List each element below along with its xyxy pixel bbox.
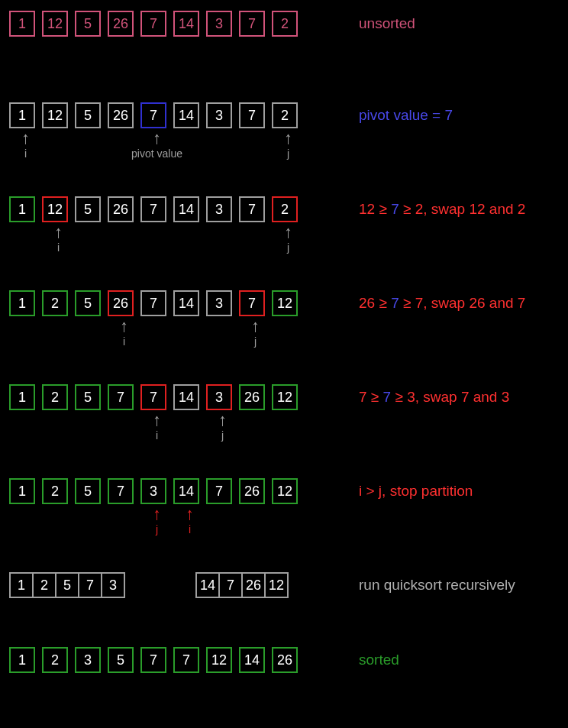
array-cell: 12	[42, 11, 68, 37]
array-cell: 1	[9, 11, 35, 37]
array-cell: 26	[243, 572, 266, 598]
pointer-label: j	[287, 241, 289, 254]
array-cell: 26	[239, 384, 265, 410]
array-cell: 2	[272, 11, 298, 37]
row-label: run quicksort recursively	[337, 572, 515, 594]
array-cell: 14	[173, 384, 199, 410]
array-row-step: 112526714372	[9, 196, 337, 222]
pointer-arrow-icon: ↑	[284, 130, 292, 147]
array-cell: 1	[9, 102, 35, 128]
array-cell: 7	[173, 647, 199, 673]
row-label: unsorted	[337, 11, 415, 32]
array-cell: 12	[42, 102, 68, 128]
array-cell: 12	[206, 647, 232, 673]
pointer-label: i	[57, 241, 60, 254]
array-cell: 26	[108, 196, 134, 222]
array-cell: 5	[108, 647, 134, 673]
row-label: 26 ≥ 7 ≥ 7, swap 26 and 7	[337, 290, 525, 312]
array-cell: 7	[108, 384, 134, 410]
array-cell: 14	[173, 102, 199, 128]
array-cell: 2	[42, 290, 68, 316]
array-cell: 12	[266, 572, 289, 598]
array-row-recurse: 125731472612	[9, 572, 337, 598]
array-cell: 3	[102, 572, 125, 598]
pointer-row: ↑i↑j	[9, 412, 337, 442]
array-cell: 5	[75, 196, 101, 222]
array-cell: 7	[239, 290, 265, 316]
array-cell: 2	[272, 196, 298, 222]
array-cell: 7	[140, 290, 166, 316]
array-cell: 2	[34, 572, 56, 598]
pointer-label: j	[221, 429, 224, 442]
row-label: i > j, stop partition	[337, 478, 473, 500]
array-cell: 7	[239, 11, 265, 37]
array-cell: 26	[108, 11, 134, 37]
array-cell: 3	[206, 196, 232, 222]
pointer-arrow-icon: ↑	[54, 224, 63, 241]
pointer-arrow-icon: ↑	[251, 318, 260, 335]
array-cell: 5	[75, 478, 101, 504]
pointer-label: i	[189, 523, 191, 535]
array-cell: 5	[75, 102, 101, 128]
pointer-arrow-icon: ↑	[21, 130, 30, 147]
array-cell: 26	[272, 647, 298, 673]
array-cell: 7	[239, 102, 265, 128]
pointer-label: i	[24, 147, 27, 160]
array-cell: 3	[206, 384, 232, 410]
array-cell: 7	[108, 478, 134, 504]
array-cell: 3	[206, 290, 232, 316]
array-row-step: 125267143712	[9, 290, 337, 316]
pointer-label: j	[156, 523, 158, 535]
pointer-arrow-icon: ↑	[153, 412, 161, 429]
pointer-arrow-icon: ↑	[153, 130, 161, 147]
row-label: 7 ≥ 7 ≥ 3, swap 7 and 3	[337, 384, 509, 406]
row-label: 12 ≥ 7 ≥ 2, swap 12 and 2	[337, 196, 525, 218]
pointer-label: j	[254, 335, 257, 348]
array-cell: 3	[140, 478, 166, 504]
array-cell: 3	[75, 647, 101, 673]
array-cell: 14	[173, 478, 199, 504]
array-cell: 14	[173, 11, 199, 37]
array-row-unsorted: 112526714372	[9, 11, 337, 37]
array-cell: 14	[173, 196, 199, 222]
pointer-label: i	[123, 335, 125, 348]
pointer-label: i	[156, 429, 158, 442]
array-cell: 12	[272, 384, 298, 410]
array-cell: 7	[140, 647, 166, 673]
array-cell: 26	[108, 102, 134, 128]
row-label: pivot value = 7	[337, 102, 453, 124]
array-cell: 3	[206, 102, 232, 128]
array-cell: 1	[9, 196, 35, 222]
pointer-label: j	[287, 147, 289, 160]
array-cell: 7	[140, 384, 166, 410]
array-cell: 1	[9, 290, 35, 316]
array-cell: 2	[42, 647, 68, 673]
array-cell: 14	[239, 647, 265, 673]
array-row-pivot: 112526714372	[9, 102, 337, 128]
array-cell: 12	[272, 478, 298, 504]
array-cell: 12	[272, 290, 298, 316]
array-cell: 7	[206, 478, 232, 504]
array-row-step: 125771432612	[9, 384, 337, 410]
array-cell: 2	[42, 478, 68, 504]
array-cell: 1	[9, 384, 35, 410]
array-cell: 7	[140, 196, 166, 222]
pointer-arrow-icon: ↑	[218, 412, 227, 429]
array-row-stop: 125731472612	[9, 478, 337, 504]
array-cell: 1	[9, 572, 34, 598]
array-cell: 1	[9, 478, 35, 504]
array-cell: 7	[239, 196, 265, 222]
pointer-row: ↑j↑i	[9, 506, 337, 535]
array-cell: 7	[79, 572, 102, 598]
pointer-arrow-icon: ↑	[284, 224, 292, 241]
array-cell: 12	[42, 196, 68, 222]
row-label: sorted	[337, 647, 399, 668]
array-cell: 1	[9, 647, 35, 673]
array-cell: 26	[108, 290, 134, 316]
array-cell: 2	[272, 102, 298, 128]
array-cell: 7	[140, 102, 166, 128]
pointer-arrow-icon: ↑	[120, 318, 128, 335]
array-row-sorted: 123577121426	[9, 647, 337, 673]
array-cell: 7	[220, 572, 243, 598]
pointer-arrow-icon: ↑	[186, 506, 194, 523]
